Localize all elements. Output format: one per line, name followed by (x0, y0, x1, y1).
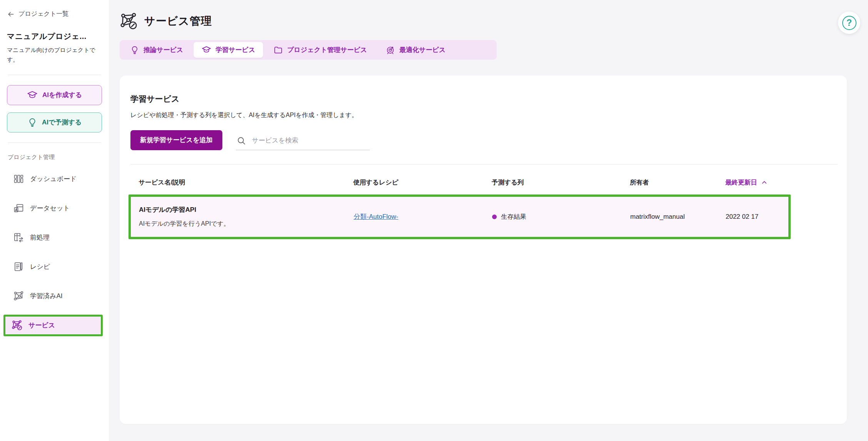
annotation-highlight-row: AIモデルの学習API AIモデルの学習を行うAPIです。 分類-AutoFlo… (129, 195, 791, 239)
sidebar-item-label: 前処理 (30, 233, 50, 242)
recipe-link[interactable]: 分類-AutoFlow- (354, 213, 398, 220)
sidebar-item-label: サービス (28, 321, 55, 330)
help-icon: ? (842, 16, 856, 30)
project-management-section-label: プロジェクト管理 (8, 154, 101, 161)
owner-cell: matrixflow_manual (630, 213, 726, 221)
column-header-owner: 所有者 (630, 178, 725, 187)
sidebar-item-label: レシピ (30, 262, 50, 271)
target-column-cell: 生存結果 (492, 213, 630, 221)
tab-optimization-service[interactable]: 最適化サービス (377, 42, 454, 58)
sidebar-item-label: データセット (30, 204, 70, 213)
trained-ai-icon (13, 290, 24, 302)
service-search (236, 136, 370, 150)
folder-icon (274, 45, 283, 55)
service-name: AIモデルの学習API (139, 205, 354, 214)
service-management-icon (120, 12, 138, 30)
service-type-tabs: 推論サービス 学習サービス プロジェクト管理サービス 最適化サービス (120, 40, 497, 60)
preprocess-icon (13, 232, 24, 243)
panel-description: レシピや前処理・予測する列を選択して、AIを生成するAPIを作成・管理します。 (130, 111, 836, 119)
page-header: サービス管理 (120, 9, 847, 33)
lightbulb-icon (27, 117, 37, 127)
sidebar-item-dataset[interactable]: データセット (7, 200, 102, 217)
sidebar-divider (8, 75, 101, 75)
graduation-cap-icon (202, 45, 211, 55)
sidebar-item-recipe[interactable]: レシピ (7, 258, 102, 276)
sidebar-item-preprocess[interactable]: 前処理 (7, 229, 102, 246)
project-description: マニュアル向けのプロジェクトです。 (7, 45, 102, 65)
tab-training-service[interactable]: 学習サービス (194, 42, 263, 58)
recipe-cell: 分類-AutoFlow- (354, 212, 492, 221)
training-service-panel: 学習サービス レシピや前処理・予測する列を選択して、AIを生成するAPIを作成・… (120, 75, 847, 424)
predict-ai-label: AIで予測する (42, 118, 82, 127)
table-row[interactable]: AIモデルの学習API AIモデルの学習を行うAPIです。 分類-AutoFlo… (131, 197, 788, 237)
sidebar-nav: ダッシュボード データセット 前処理 レシピ 学習済みAI (7, 170, 102, 336)
create-ai-button[interactable]: AIを作成する (7, 85, 102, 105)
page-title: サービス管理 (144, 14, 212, 29)
project-name: マニュアルプロジェ... (7, 31, 102, 42)
tab-label: プロジェクト管理サービス (287, 45, 367, 54)
panel-title: 学習サービス (130, 94, 836, 104)
annotation-highlight-sidebar: サービス (3, 315, 103, 336)
tab-inference-service[interactable]: 推論サービス (122, 42, 191, 58)
main-content: サービス管理 ? 推論サービス 学習サービス プロジェクト管理サービス (109, 0, 868, 441)
back-to-projects-link[interactable]: プロジェクト一覧 (7, 10, 102, 18)
toolbar: 新規学習サービスを追加 (130, 130, 836, 150)
service-icon (12, 320, 23, 331)
create-ai-label: AIを作成する (42, 91, 82, 99)
sidebar-item-label: ダッシュボード (30, 174, 77, 183)
dashboard-icon (13, 173, 24, 184)
lightbulb-icon (130, 45, 139, 55)
target-column-value: 生存結果 (501, 213, 526, 221)
back-arrow-icon (7, 10, 15, 18)
add-training-service-button[interactable]: 新規学習サービスを追加 (130, 130, 222, 150)
help-button[interactable]: ? (838, 12, 860, 34)
sort-ascending-icon (761, 179, 768, 186)
sidebar-item-trained-ai[interactable]: 学習済みAI (7, 287, 102, 305)
search-input[interactable] (251, 136, 368, 145)
sidebar-item-dashboard[interactable]: ダッシュボード (7, 170, 102, 188)
tab-label: 最適化サービス (399, 45, 446, 54)
recipe-icon (13, 261, 24, 272)
search-icon (237, 136, 246, 146)
tab-project-management-service[interactable]: プロジェクト管理サービス (265, 42, 375, 58)
column-header-label: 最終更新日 (725, 178, 757, 187)
service-description: AIモデルの学習を行うAPIです。 (139, 220, 354, 228)
sidebar-divider-2 (8, 143, 101, 143)
sidebar-item-label: 学習済みAI (30, 292, 62, 300)
back-link-label: プロジェクト一覧 (18, 10, 68, 18)
dataset-icon (13, 203, 24, 214)
last-updated-cell: 2022 02 17 (726, 213, 788, 221)
target-icon (386, 45, 395, 55)
service-name-cell: AIモデルの学習API AIモデルの学習を行うAPIです。 (139, 205, 354, 228)
predict-ai-button[interactable]: AIで予測する (7, 112, 102, 132)
column-header-service-name: サービス名/説明 (139, 178, 353, 187)
status-dot-icon (492, 215, 497, 219)
graduation-cap-icon (27, 90, 38, 101)
column-header-target-column: 予測する列 (492, 178, 630, 187)
column-header-last-updated[interactable]: 最終更新日 (725, 178, 836, 187)
tab-label: 推論サービス (144, 45, 183, 54)
tab-label: 学習サービス (215, 45, 255, 54)
table-header: サービス名/説明 使用するレシピ 予測する列 所有者 最終更新日 (130, 164, 836, 195)
sidebar: プロジェクト一覧 マニュアルプロジェ... マニュアル向けのプロジェクトです。 … (0, 0, 109, 441)
sidebar-item-service[interactable]: サービス (5, 317, 100, 334)
column-header-recipe: 使用するレシピ (353, 178, 492, 187)
